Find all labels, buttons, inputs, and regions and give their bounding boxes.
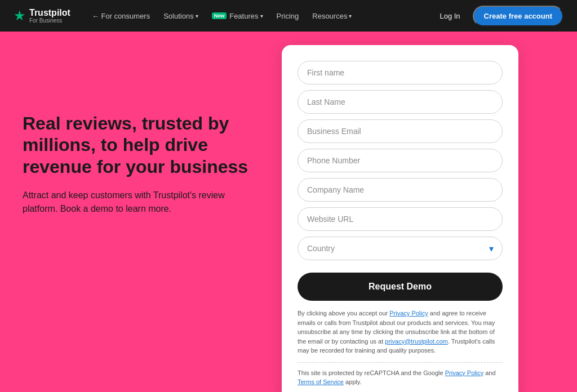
website-url-field <box>298 207 503 231</box>
nav-actions: Log In Create free account <box>434 6 563 26</box>
logo-star-icon: ★ <box>14 9 26 23</box>
business-email-field <box>298 119 503 143</box>
features-label: Features <box>229 12 258 20</box>
for-consumers-label: ← For consumers <box>92 12 150 20</box>
resources-chevron-icon: ▾ <box>349 13 352 19</box>
nav-for-consumers[interactable]: ← For consumers <box>86 8 156 24</box>
main-content: Real reviews, trusted by millions, to he… <box>0 32 577 392</box>
navbar: ★ Trustpilot For Business ← For consumer… <box>0 0 577 32</box>
privacy-email-link[interactable]: privacy@trustpilot.com <box>385 338 447 345</box>
registration-form-card: Country United States United Kingdom Ger… <box>282 45 518 392</box>
country-field: Country United States United Kingdom Ger… <box>298 237 503 260</box>
solutions-label: Solutions <box>163 12 193 20</box>
hero-section: Real reviews, trusted by millions, to he… <box>23 45 259 216</box>
nav-item-solutions[interactable]: Solutions ▾ <box>158 8 203 24</box>
first-name-input[interactable] <box>298 61 503 84</box>
website-url-input[interactable] <box>298 207 503 231</box>
hero-headline: Real reviews, trusted by millions, to he… <box>23 113 259 177</box>
company-name-input[interactable] <box>298 178 503 202</box>
hero-subtext: Attract and keep customers with Trustpil… <box>23 189 259 216</box>
logo[interactable]: ★ Trustpilot For Business <box>14 8 70 24</box>
privacy-policy-link[interactable]: Privacy Policy <box>389 310 428 317</box>
recaptcha-disclaimer: This site is protected by reCAPTCHA and … <box>298 368 503 387</box>
logo-name: Trustpilot <box>29 8 70 18</box>
phone-number-input[interactable] <box>298 149 503 172</box>
solutions-chevron-icon: ▾ <box>196 13 198 19</box>
request-demo-button[interactable]: Request Demo <box>298 273 503 301</box>
create-account-button[interactable]: Create free account <box>473 6 563 26</box>
first-name-field <box>298 61 503 84</box>
features-chevron-icon: ▾ <box>260 13 263 19</box>
last-name-input[interactable] <box>298 90 503 114</box>
recaptcha-policy-link[interactable]: Privacy Policy <box>445 369 483 376</box>
last-name-field <box>298 90 503 114</box>
business-email-input[interactable] <box>298 119 503 143</box>
pricing-label: Pricing <box>277 12 299 20</box>
nav-item-pricing[interactable]: Pricing <box>271 8 305 24</box>
new-badge: New <box>212 12 227 19</box>
login-button[interactable]: Log In <box>434 8 465 24</box>
company-name-field <box>298 178 503 202</box>
phone-number-field <box>298 149 503 172</box>
nav-item-resources[interactable]: Resources ▾ <box>307 8 357 24</box>
nav-item-features[interactable]: New Features ▾ <box>206 8 269 24</box>
logo-sub: For Business <box>29 17 70 24</box>
resources-label: Resources <box>312 12 347 20</box>
recaptcha-tos-link[interactable]: Terms of Service <box>298 378 344 385</box>
country-select[interactable]: Country United States United Kingdom Ger… <box>298 237 503 260</box>
nav-links: ← For consumers Solutions ▾ New Features… <box>86 8 434 24</box>
disclaimer-text: By clicking above you accept our Privacy… <box>298 309 503 355</box>
divider <box>298 362 503 363</box>
